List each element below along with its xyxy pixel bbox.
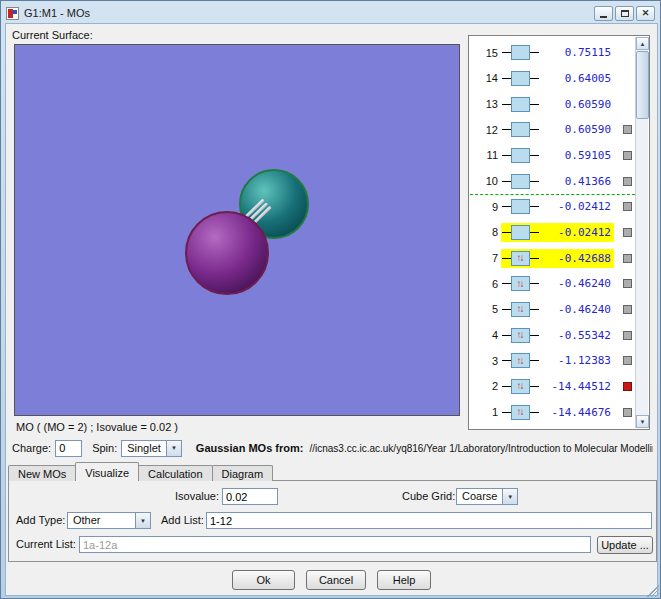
- mo-row[interactable]: 7↑↓-0.42688: [476, 246, 635, 270]
- mo-orbital-box[interactable]: ↑↓: [511, 353, 530, 368]
- mo-level[interactable]: -0.02412: [501, 223, 614, 242]
- isovalue-input[interactable]: [222, 488, 278, 505]
- tab-visualize[interactable]: Visualize: [75, 462, 139, 481]
- chevron-down-icon[interactable]: ▼: [166, 441, 181, 456]
- tab-calculation[interactable]: Calculation: [138, 465, 212, 481]
- mo-checkbox[interactable]: [623, 408, 632, 417]
- mo-index: 13: [476, 98, 498, 110]
- mo-checkbox[interactable]: [623, 125, 632, 134]
- gaussian-mos-from-label: Gaussian MOs from:: [196, 442, 304, 454]
- mo-level[interactable]: 0.59105: [501, 146, 614, 165]
- mo-orbital-box[interactable]: ↑↓: [511, 379, 530, 394]
- mo-level[interactable]: ↑↓-1.12383: [501, 351, 614, 370]
- mo-row[interactable]: 9-0.02412: [476, 195, 635, 219]
- mo-row[interactable]: 1↑↓-14.44676: [476, 400, 635, 424]
- mo-checkbox[interactable]: [623, 305, 632, 314]
- update-button[interactable]: Update ...: [597, 536, 653, 554]
- scroll-down-icon[interactable]: ▼: [636, 415, 649, 428]
- mo-level[interactable]: ↑↓-0.46240: [501, 274, 614, 293]
- resize-grip[interactable]: [647, 585, 659, 597]
- mo-checkbox[interactable]: [623, 279, 632, 288]
- level-line: [530, 309, 539, 310]
- mo-row[interactable]: 110.59105: [476, 143, 635, 167]
- mo-level[interactable]: ↑↓-14.44676: [501, 403, 614, 422]
- tab-new-mos[interactable]: New MOs: [8, 465, 76, 481]
- mo-orbital-box[interactable]: ↑↓: [511, 405, 530, 420]
- mo-row[interactable]: 8-0.02412: [476, 220, 635, 244]
- mo-index: 3: [476, 355, 498, 367]
- mo-row[interactable]: 4↑↓-0.55342: [476, 323, 635, 347]
- mo-orbital-box[interactable]: [511, 122, 530, 137]
- mo-list-scrollbar[interactable]: ▲ ▼: [635, 37, 648, 428]
- mo-checkbox[interactable]: [623, 228, 632, 237]
- add-type-select[interactable]: Other ▼: [67, 512, 151, 529]
- mo-orbital-box[interactable]: [511, 174, 530, 189]
- mo-row[interactable]: 2↑↓-14.44512: [476, 374, 635, 398]
- mo-orbital-box[interactable]: ↑↓: [511, 276, 530, 291]
- ok-button[interactable]: Ok: [232, 570, 295, 590]
- chevron-down-icon[interactable]: ▼: [502, 489, 517, 504]
- level-line: [502, 78, 511, 79]
- mo-row[interactable]: 100.41366: [476, 169, 635, 193]
- mo-level[interactable]: 0.75115: [501, 43, 614, 62]
- mo-row[interactable]: 130.60590: [476, 92, 635, 116]
- chevron-down-icon[interactable]: ▼: [135, 513, 150, 528]
- mo-checkbox[interactable]: [623, 151, 632, 160]
- level-line: [502, 104, 511, 105]
- mo-level[interactable]: -0.02412: [501, 197, 614, 216]
- tab-diagram[interactable]: Diagram: [212, 465, 274, 481]
- mo-level[interactable]: ↑↓-14.44512: [501, 377, 614, 396]
- mo-row[interactable]: 150.75115: [476, 41, 635, 65]
- mo-level[interactable]: 0.41366: [501, 172, 614, 191]
- cancel-button[interactable]: Cancel: [306, 570, 366, 590]
- mo-orbital-box[interactable]: [511, 45, 530, 60]
- mo-level[interactable]: 0.60590: [501, 95, 614, 114]
- mo-row[interactable]: 3↑↓-1.12383: [476, 349, 635, 373]
- mo-orbital-box[interactable]: [511, 199, 530, 214]
- scroll-up-icon[interactable]: ▲: [636, 37, 649, 50]
- spin-select[interactable]: Singlet ▼: [121, 440, 182, 457]
- mo-checkbox[interactable]: [623, 382, 632, 391]
- charge-input[interactable]: [55, 440, 82, 457]
- mo-checkbox[interactable]: [623, 331, 632, 340]
- mo-row[interactable]: 6↑↓-0.46240: [476, 272, 635, 296]
- mo-checkbox[interactable]: [623, 202, 632, 211]
- mo-level[interactable]: ↑↓-0.42688: [501, 249, 614, 268]
- title-bar[interactable]: G1:M1 - MOs ✕: [6, 4, 655, 22]
- mo-row[interactable]: 140.64005: [476, 66, 635, 90]
- current-list-label: Current List:: [16, 538, 76, 550]
- mo-level[interactable]: 0.60590: [501, 120, 614, 139]
- mo-orbital-box[interactable]: [511, 225, 530, 240]
- mo-orbital-box[interactable]: [511, 97, 530, 112]
- mo-row[interactable]: 5↑↓-0.46240: [476, 297, 635, 321]
- close-button[interactable]: ✕: [636, 6, 655, 21]
- add-list-input[interactable]: [206, 512, 652, 529]
- mo-checkbox[interactable]: [623, 177, 632, 186]
- mo-energy-value: 0.64005: [539, 72, 613, 85]
- mo-level[interactable]: ↑↓-0.55342: [501, 326, 614, 345]
- maximize-button[interactable]: [615, 6, 634, 21]
- mo-energy-value: 0.59105: [539, 149, 613, 162]
- molecule-viewport[interactable]: [14, 44, 460, 416]
- mo-level[interactable]: ↑↓-0.46240: [501, 300, 614, 319]
- mo-orbital-box[interactable]: ↑↓: [511, 251, 530, 266]
- spin-value: Singlet: [122, 441, 166, 456]
- level-line: [530, 181, 539, 182]
- mo-orbital-box[interactable]: [511, 71, 530, 86]
- mo-index: 6: [476, 278, 498, 290]
- scrollbar-thumb[interactable]: [636, 51, 649, 119]
- mo-orbital-box[interactable]: ↑↓: [511, 328, 530, 343]
- minimize-button[interactable]: [594, 6, 613, 21]
- mo-checkbox[interactable]: [623, 254, 632, 263]
- close-icon: ✕: [642, 9, 650, 18]
- visualize-tab-panel: Isovalue: Cube Grid: Coarse ▼ Add Type: …: [8, 480, 657, 562]
- mo-row[interactable]: 120.60590: [476, 118, 635, 142]
- help-button[interactable]: Help: [377, 570, 431, 590]
- mo-index: 1: [476, 406, 498, 418]
- cube-grid-select[interactable]: Coarse ▼: [456, 488, 518, 505]
- mo-checkbox[interactable]: [623, 356, 632, 365]
- mo-orbital-box[interactable]: ↑↓: [511, 302, 530, 317]
- mo-level[interactable]: 0.64005: [501, 69, 614, 88]
- current-list-input[interactable]: [79, 536, 591, 553]
- mo-orbital-box[interactable]: [511, 148, 530, 163]
